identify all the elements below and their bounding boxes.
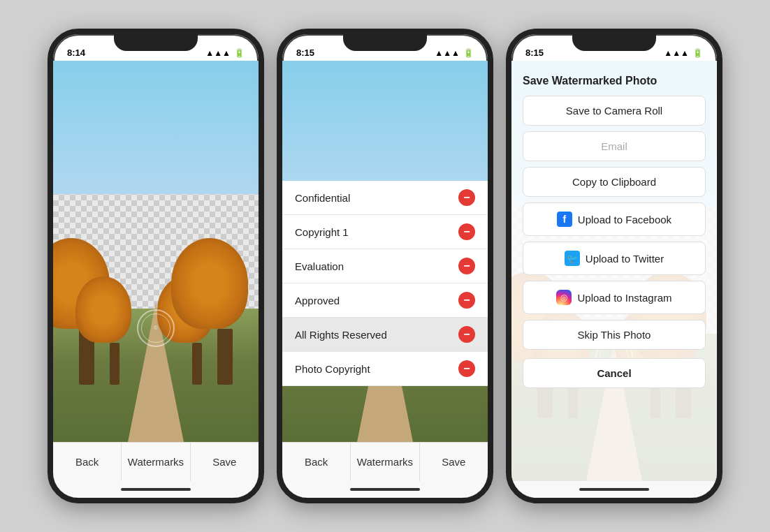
remove-photocopy[interactable]: − bbox=[458, 360, 475, 377]
home-indicator-2 bbox=[282, 481, 488, 498]
list-item-photocopy[interactable]: Photo Copyright − bbox=[282, 352, 488, 386]
photo-area-3: © Save Watermarked Photo Save to Camera … bbox=[511, 61, 717, 481]
home-bar-2 bbox=[350, 488, 420, 491]
watermarks-button-2[interactable]: Watermarks bbox=[350, 443, 419, 481]
skip-photo-button[interactable]: Skip This Photo bbox=[523, 320, 706, 350]
back-button-1[interactable]: Back bbox=[53, 443, 121, 481]
status-icons-3: ▲▲▲ 🔋 bbox=[664, 48, 703, 58]
save-button-2[interactable]: Save bbox=[420, 443, 488, 481]
status-icons-2: ▲▲▲ 🔋 bbox=[435, 48, 474, 58]
upload-facebook-button[interactable]: f Upload to Facebook bbox=[523, 202, 706, 236]
list-item-evaluation[interactable]: Evaluation − bbox=[282, 249, 488, 283]
home-bar-3 bbox=[579, 488, 649, 491]
bottom-bar-2: Back Watermarks Save bbox=[282, 442, 488, 481]
copy-clipboard-button[interactable]: Copy to Clipboard bbox=[523, 167, 706, 197]
battery-icon-2: 🔋 bbox=[463, 48, 474, 58]
home-indicator-3 bbox=[511, 481, 717, 498]
remove-copyright1[interactable]: − bbox=[458, 223, 475, 240]
trees-1 bbox=[53, 137, 259, 385]
list-item-label: Photo Copyright bbox=[295, 363, 370, 375]
canopy bbox=[75, 276, 131, 343]
wifi-icon-2: ▲▲▲ bbox=[435, 48, 460, 58]
remove-confidential[interactable]: − bbox=[458, 189, 475, 206]
battery-icon-1: 🔋 bbox=[234, 48, 245, 58]
list-item-label: Copyright 1 bbox=[295, 226, 349, 238]
time-2: 8:15 bbox=[296, 47, 314, 58]
phone-2: 8:15 ▲▲▲ 🔋 bbox=[277, 29, 493, 503]
autumn-photo-1: © bbox=[53, 61, 259, 442]
phone-1: 8:14 ▲▲▲ 🔋 bbox=[48, 29, 264, 503]
cancel-button[interactable]: Cancel bbox=[523, 358, 706, 388]
phone-3: 8:15 ▲▲▲ 🔋 bbox=[506, 29, 722, 503]
action-sheet: Save Watermarked Photo Save to Camera Ro… bbox=[511, 61, 717, 481]
home-bar-1 bbox=[121, 488, 191, 491]
facebook-icon: f bbox=[557, 212, 572, 227]
twitter-icon: 🐦 bbox=[565, 251, 580, 266]
remove-evaluation[interactable]: − bbox=[458, 258, 475, 274]
list-item-label: All Rights Reserved bbox=[295, 329, 387, 341]
remove-allrights[interactable]: − bbox=[458, 326, 475, 343]
home-indicator-1 bbox=[53, 481, 259, 498]
photo-area-1: © bbox=[53, 61, 259, 442]
time-3: 8:15 bbox=[525, 47, 544, 58]
email-button[interactable]: Email bbox=[523, 131, 706, 161]
battery-icon-3: 🔋 bbox=[692, 48, 703, 58]
list-item-label: Approved bbox=[295, 295, 340, 306]
save-camera-roll-button[interactable]: Save to Camera Roll bbox=[523, 96, 706, 126]
remove-approved[interactable]: − bbox=[458, 292, 475, 309]
trunk bbox=[110, 343, 119, 385]
list-item-label: Confidential bbox=[295, 192, 350, 204]
action-sheet-title: Save Watermarked Photo bbox=[523, 75, 706, 87]
status-icons-1: ▲▲▲ 🔋 bbox=[205, 48, 245, 58]
trunk bbox=[192, 343, 202, 385]
notch-1 bbox=[114, 34, 198, 51]
list-item-label: Evaluation bbox=[295, 260, 344, 272]
watermarks-button-1[interactable]: Watermarks bbox=[121, 443, 190, 481]
wifi-icon-3: ▲▲▲ bbox=[664, 48, 689, 58]
photo-area-2: © Confidential − Copyright 1 − Evaluatio… bbox=[282, 61, 488, 442]
instagram-icon: ◎ bbox=[556, 290, 572, 305]
list-item-confidential[interactable]: Confidential − bbox=[282, 181, 488, 215]
notch-3 bbox=[572, 34, 656, 51]
list-item-approved[interactable]: Approved − bbox=[282, 283, 488, 318]
upload-instagram-button[interactable]: ◎ Upload to Instagram bbox=[523, 281, 706, 314]
bottom-bar-1: Back Watermarks Save bbox=[53, 442, 259, 481]
list-item-allrights[interactable]: All Rights Reserved − bbox=[282, 318, 488, 352]
notch-2 bbox=[343, 34, 427, 51]
trunk bbox=[217, 329, 233, 385]
canopy bbox=[171, 238, 248, 329]
upload-twitter-button[interactable]: 🐦 Upload to Twitter bbox=[523, 242, 706, 275]
wifi-icon-1: ▲▲▲ bbox=[205, 48, 231, 58]
tree-ml-1 bbox=[99, 276, 131, 385]
list-item-copyright1[interactable]: Copyright 1 − bbox=[282, 215, 488, 249]
watermarks-list: Confidential − Copyright 1 − Evaluation … bbox=[282, 181, 488, 386]
watermark-1: © bbox=[137, 309, 175, 347]
tree-right-1 bbox=[202, 238, 248, 385]
back-button-2[interactable]: Back bbox=[282, 443, 350, 481]
phones-container: 8:14 ▲▲▲ 🔋 bbox=[48, 29, 722, 503]
watermark-inner-1: © bbox=[141, 313, 170, 343]
time-1: 8:14 bbox=[67, 47, 85, 58]
save-button-1[interactable]: Save bbox=[191, 443, 259, 481]
